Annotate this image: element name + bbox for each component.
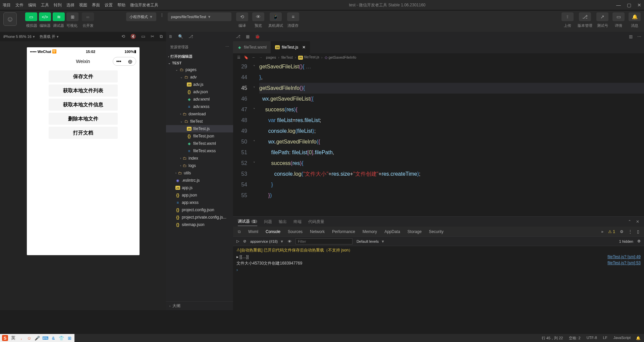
project-root[interactable]: ⌄TEST — [166, 60, 233, 66]
menu-微信开发者工具[interactable]: 微信开发者工具 — [130, 2, 158, 8]
simulator-button[interactable]: ▭ — [25, 12, 37, 21]
tree-item[interactable]: ⌄🗀fileTest — [166, 118, 233, 125]
search-icon[interactable]: 🔍 — [178, 34, 183, 39]
mute-icon[interactable]: 🔇 — [130, 34, 136, 39]
list-icon[interactable]: ☰ — [237, 55, 240, 60]
breadcrumb-item[interactable]: fileTest — [281, 55, 293, 59]
tree-item[interactable]: ›🗀utils — [166, 169, 233, 177]
panel-tab[interactable]: 终端 — [293, 218, 302, 226]
open-editors-section[interactable]: ›打开的编辑器 — [166, 53, 233, 60]
上传-button[interactable]: ⬆ — [561, 12, 574, 21]
devtool-tab[interactable]: Memory — [363, 229, 377, 234]
devtool-tab[interactable]: AppData — [384, 229, 400, 234]
cloud-button[interactable]: ∞ — [82, 12, 94, 21]
device-icon[interactable]: ▭ — [141, 34, 145, 39]
tree-item[interactable]: JSadv.js — [166, 81, 233, 88]
menu-编辑[interactable]: 编辑 — [28, 2, 36, 8]
menu-项目[interactable]: 项目 — [3, 2, 11, 8]
devtool-tab[interactable]: Sources — [288, 229, 303, 234]
inspect-icon[interactable]: ⧉ — [238, 229, 241, 234]
sim-capsule[interactable]: •••◎ — [113, 57, 136, 66]
ime-bar[interactable]: S 英 ， ☺ 🎤 ⌨ & 👕 ⊞ — [0, 334, 74, 342]
back-icon[interactable]: ← — [252, 55, 256, 59]
测试号-button[interactable]: ↗ — [596, 12, 608, 21]
status-item[interactable]: LF — [603, 336, 607, 341]
editor-tab[interactable]: ◆fileTest.wxml — [233, 41, 271, 53]
forward-icon[interactable]: → — [259, 55, 263, 59]
popout-icon[interactable]: ⧉ — [160, 34, 163, 39]
bell-icon[interactable]: 🔔 — [636, 336, 641, 340]
breadcrumb-item[interactable]: pages — [266, 55, 276, 59]
tree-item[interactable]: ›🗀index — [166, 155, 233, 162]
status-item[interactable]: 空格: 2 — [569, 336, 580, 341]
devtool-tab[interactable]: Performance — [332, 229, 355, 234]
files-icon[interactable]: 🗎 — [169, 34, 173, 39]
devtool-tab[interactable]: Wxml — [248, 229, 258, 234]
cut-icon[interactable]: ✂ — [151, 34, 154, 39]
menu-icon[interactable]: ⋮ — [628, 229, 632, 234]
more-icon[interactable]: ⋯ — [225, 45, 229, 50]
editor-button[interactable]: </> — [39, 12, 51, 21]
tree-item[interactable]: {}fileTest.json — [166, 132, 233, 140]
close-panel-icon[interactable]: ✕ — [636, 219, 639, 224]
tree-item[interactable]: ⌄🗀pages — [166, 66, 233, 73]
eye-icon[interactable]: 👁 — [288, 239, 291, 243]
device-select[interactable]: iPhone 5 85% 16▾ — [3, 35, 35, 39]
devtool-tab[interactable]: Console — [266, 229, 280, 234]
close-icon[interactable]: ✕ — [637, 2, 641, 8]
消息-button[interactable]: 🔔 — [629, 12, 641, 21]
tree-item[interactable]: {}project.private.config.js... — [166, 214, 233, 221]
panel-tab[interactable]: 代码质量 — [308, 218, 324, 226]
devtool-tab[interactable]: Storage — [408, 229, 422, 234]
menu-工具[interactable]: 工具 — [41, 2, 49, 8]
app-button[interactable]: 获取本地文件信息 — [49, 99, 118, 111]
maximize-icon[interactable]: ▢ — [627, 2, 631, 8]
真机调试-button[interactable]: 📱 — [270, 12, 282, 21]
debugger-button[interactable]: ≋ — [53, 12, 65, 21]
menu-选择[interactable]: 选择 — [66, 2, 74, 8]
bookmark-icon[interactable]: 🔖 — [244, 55, 249, 60]
编译-button[interactable]: ⟲ — [236, 12, 248, 21]
code-editor[interactable]: 29444546474849505152535455 ˅˅˅˅˅ getSave… — [233, 61, 644, 216]
context-select[interactable]: appservice (#18) ▼ — [250, 239, 284, 243]
page-path-select[interactable]: pages/fileTest/fileTest▼ — [168, 12, 231, 21]
branch-icon[interactable]: ⎇ — [189, 34, 193, 39]
menu-帮助[interactable]: 帮助 — [117, 2, 125, 8]
tree-item[interactable]: ›🗀logs — [166, 162, 233, 169]
play-mode-select[interactable]: 小程序模式▼ — [126, 12, 156, 21]
app-button[interactable]: 保存文件 — [49, 70, 118, 82]
tree-item[interactable]: ◆adv.wxml — [166, 96, 233, 103]
tree-item[interactable]: {}adv.json — [166, 88, 233, 96]
预览-button[interactable]: 👁 — [252, 12, 264, 21]
tree-item[interactable]: ›🗀download — [166, 110, 233, 118]
版本管理-button[interactable]: ⎇ — [579, 12, 591, 21]
menu-视图[interactable]: 视图 — [79, 2, 87, 8]
menu-文件[interactable]: 文件 — [15, 2, 23, 8]
tree-item[interactable]: ⌄🗀adv — [166, 73, 233, 81]
play-icon[interactable]: ▷ — [236, 239, 239, 243]
more-icon[interactable]: » — [601, 229, 603, 234]
app-button[interactable]: 获取本地文件列表 — [49, 84, 118, 97]
gear-icon[interactable]: ⚙ — [620, 229, 624, 234]
tree-item[interactable]: ≡app.wxss — [166, 199, 233, 206]
gear-icon[interactable]: ⚙ — [637, 239, 641, 243]
panel-tab[interactable]: 输出 — [279, 218, 287, 226]
status-item[interactable]: JavaScript — [613, 336, 631, 341]
tree-item[interactable]: {}sitemap.json — [166, 221, 233, 228]
status-item[interactable]: 行 45，列 22 — [542, 336, 563, 341]
menu-设置[interactable]: 设置 — [105, 2, 113, 8]
refresh-icon[interactable]: ⟲ — [121, 34, 125, 39]
tree-item[interactable]: {}app.json — [166, 191, 233, 199]
tree-item[interactable]: ◆fileTest.wxml — [166, 140, 233, 147]
tree-item[interactable]: ◉.eslintrc.js — [166, 177, 233, 184]
clear-icon[interactable]: ⊘ — [243, 239, 246, 243]
avatar[interactable]: ☺ — [3, 12, 17, 26]
清缓存-button[interactable]: ≡ — [287, 12, 299, 21]
status-item[interactable]: UTF-8 — [587, 336, 597, 341]
breadcrumb-item[interactable]: JSfileTest.js — [298, 55, 319, 60]
tree-item[interactable]: JSapp.js — [166, 184, 233, 191]
editor-tab[interactable]: JSfileTest.js✕ — [271, 41, 310, 53]
devtool-tab[interactable]: Network — [310, 229, 325, 234]
hot-reload-select[interactable]: 热重载 开▾ — [40, 34, 59, 39]
ext-icon[interactable]: ▦ — [246, 34, 250, 39]
